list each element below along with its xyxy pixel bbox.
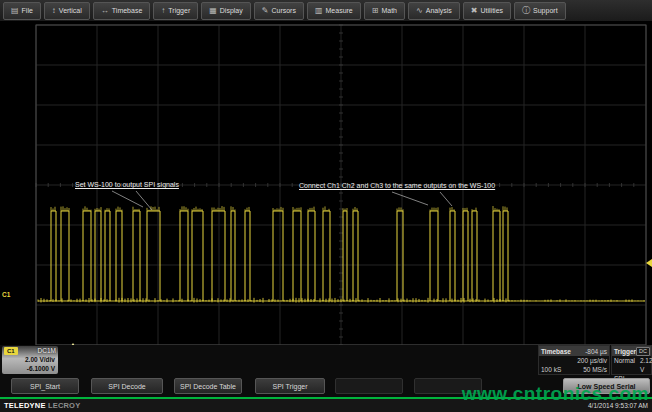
timebase-delay: -804 µs <box>585 348 607 355</box>
spi-trigger-button[interactable]: SPI Trigger <box>255 378 325 394</box>
watermark: www.cntronics.com <box>462 383 649 405</box>
annotation-set-ws100: Set WS-100 to output SPI signals <box>75 181 179 189</box>
trigger-panel[interactable]: Trigger DC Normal 2.12 V SPI <box>611 345 652 375</box>
trigger-title: Trigger <box>614 348 636 355</box>
spi-decode-table-button[interactable]: SPI Decode Table <box>174 378 242 394</box>
channel-c1-edge-indicator[interactable]: C1 <box>2 291 10 298</box>
trigger-level: 2.12 V <box>640 356 652 374</box>
spi-decode-button[interactable]: SPI Decode <box>91 378 163 394</box>
empty-button-slot <box>335 378 403 394</box>
trigger-coupling-badge: DC <box>636 347 650 356</box>
channel-badge: C1 <box>4 347 18 355</box>
sample-rate: 50 MS/s <box>583 365 607 374</box>
timebase-title: Timebase <box>541 348 571 355</box>
trace-pulse-noise <box>51 206 507 211</box>
channel-descriptor-c1[interactable]: C1 DC1M 2.00 V/div -6.1000 V <box>2 346 58 374</box>
trigger-mode: Normal <box>614 356 635 374</box>
sample-count: 100 kS <box>541 365 561 374</box>
timebase-panel[interactable]: Timebase -804 µs 200 µs/div 100 kS 50 MS… <box>538 345 610 375</box>
time-per-div: 200 µs/div <box>539 356 609 365</box>
annotation-leader-lines <box>112 191 452 210</box>
spi-start-button[interactable]: SPI_Start <box>11 378 79 394</box>
coupling-label: DC1M <box>38 347 56 354</box>
oscilloscope-screen: ▤File↕Vertical↔Timebase↑Trigger▦Display✎… <box>0 0 652 412</box>
volts-per-div: 2.00 V/div <box>2 355 58 364</box>
trigger-level-marker[interactable] <box>646 259 652 267</box>
channel-offset: -6.1000 V <box>2 364 58 373</box>
brand-logo: TELEDYNE LECROY <box>4 401 80 410</box>
annotation-connect-channels: Connect Ch1 Ch2 and Ch3 to the same outp… <box>299 182 495 190</box>
